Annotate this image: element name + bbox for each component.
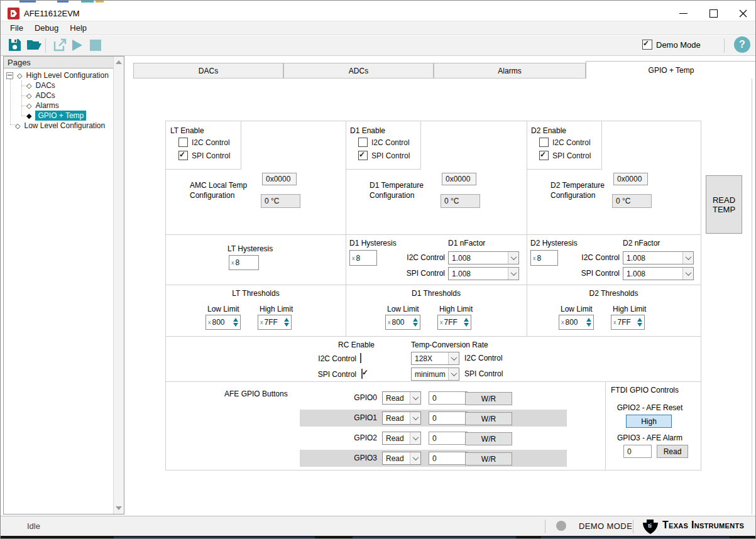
lt-spi-checkbox[interactable] (178, 151, 188, 160)
ftdi-alarm-read-button[interactable]: Read (657, 445, 688, 458)
chevron-down-icon (410, 452, 420, 464)
d2-nfactor-spi-combo[interactable]: 1.008 (623, 267, 694, 280)
sidebar-item-high-level-configuration[interactable]: High Level Configuration (6, 70, 109, 80)
rate-spi-label: SPI Control (464, 369, 503, 378)
stop-icon[interactable] (90, 40, 101, 51)
spinner-arrows-icon[interactable] (282, 318, 289, 327)
tab-adcs[interactable]: ADCs (283, 63, 434, 78)
close-button[interactable] (733, 8, 752, 19)
d2-high-limit-spinner[interactable]: x 7FF (611, 315, 645, 330)
toolbar-separator (724, 38, 725, 53)
gpio0-mode-combo[interactable]: Read (382, 391, 421, 405)
diamond-icon (26, 82, 31, 90)
d1-hysteresis-field[interactable]: x 8 (349, 250, 377, 266)
collapse-icon[interactable] (6, 72, 13, 79)
scroll-down-icon[interactable] (116, 506, 122, 510)
spinner-arrows-icon[interactable] (410, 318, 418, 327)
gpio0-value-input[interactable]: 0 (429, 391, 468, 405)
rate-i2c-combo[interactable]: 128X (411, 352, 459, 365)
gpio1-wr-button[interactable]: W/R (465, 412, 512, 425)
tab-alarms[interactable]: Alarms (434, 63, 586, 78)
play-icon[interactable] (72, 39, 83, 52)
sidebar-item-gpio-temp[interactable]: GPIO + Temp (26, 111, 86, 121)
d2-nfactor-i2c-combo[interactable]: 1.008 (623, 251, 694, 264)
gpio1-mode-combo[interactable]: Read (382, 411, 421, 425)
d1-nfactor-spi-combo[interactable]: 1.008 (448, 267, 519, 280)
ftdi-gpio-controls-title: FTDI GPIO Controls (611, 386, 679, 395)
read-temp-button[interactable]: READ TEMP (706, 175, 742, 234)
d2-enable-title: D2 Enable (531, 126, 566, 135)
svg-text:ti: ti (648, 523, 652, 529)
open-folder-icon[interactable] (27, 39, 41, 51)
rate-spi-combo[interactable]: minimum (411, 368, 459, 381)
d2-thresholds-title: D2 Thresholds (527, 289, 701, 298)
close-icon (739, 9, 747, 18)
demo-mode-checkbox[interactable] (642, 40, 652, 50)
menu-debug[interactable]: Debug (29, 21, 64, 35)
d1-i2c-checkbox[interactable] (358, 138, 368, 147)
d2-hysteresis-field[interactable]: x 8 (530, 250, 558, 266)
sidebar-item-adcs[interactable]: ADCs (26, 90, 55, 101)
sidebar-scrollbar[interactable] (113, 57, 124, 514)
spinner-arrows-icon[interactable] (635, 318, 642, 327)
spinner-arrows-icon[interactable] (584, 318, 591, 327)
diamond-icon (17, 72, 22, 80)
ftdi-alarm-value-input[interactable]: 0 (623, 445, 652, 458)
d1-nfactor-i2c-combo[interactable]: 1.008 (448, 251, 519, 264)
minimize-button[interactable] (674, 8, 693, 19)
application-window: AFE11612EVM File Debug Help (0, 0, 756, 539)
help-icon[interactable]: ? (734, 36, 750, 53)
app-icon (8, 8, 19, 19)
d2-hysteresis-title: D2 Hysteresis (530, 239, 578, 248)
sidebar-item-dacs[interactable]: DACs (26, 80, 55, 90)
lt-low-limit-label: Low Limit (207, 305, 239, 313)
rc-spi-checkbox[interactable] (361, 369, 363, 379)
spinner-arrows-icon[interactable] (461, 318, 469, 327)
gpio0-label: GPIO0 (341, 393, 377, 402)
d2-nfactor-spi-label: SPI Control (569, 269, 620, 278)
menu-help[interactable]: Help (64, 21, 92, 35)
d2-spi-checkbox[interactable] (539, 151, 549, 160)
d1-hex-field[interactable]: 0x0000 (442, 173, 476, 185)
save-icon[interactable] (8, 38, 21, 52)
export-icon[interactable] (53, 38, 67, 52)
scroll-up-icon[interactable] (116, 60, 122, 64)
d1-low-limit-spinner[interactable]: x 800 (385, 315, 420, 330)
rc-i2c-checkbox[interactable] (360, 353, 361, 363)
lt-high-limit-spinner[interactable]: x 7FF (258, 315, 292, 330)
gpio3-value-input[interactable]: 0 (429, 452, 468, 465)
ftdi-reset-high-button[interactable]: High (626, 415, 672, 428)
lt-hysteresis-field[interactable]: x 8 (229, 255, 259, 270)
toolbar-separator (45, 38, 46, 53)
d2-i2c-checkbox[interactable] (539, 138, 549, 147)
d2-hex-field[interactable]: 0x0000 (613, 173, 648, 185)
d2-low-limit-spinner[interactable]: x 800 (559, 315, 594, 330)
lt-hex-field[interactable]: 0x0000 (262, 173, 297, 185)
ftdi-reset-label: GPIO2 - AFE Reset (610, 403, 690, 412)
gpio2-wr-button[interactable]: W/R (465, 432, 512, 445)
demo-mode-control: Demo Mode (642, 40, 701, 50)
gpio2-value-input[interactable]: 0 (429, 432, 468, 445)
gpio2-mode-combo[interactable]: Read (382, 432, 421, 445)
lt-i2c-checkbox[interactable] (178, 138, 188, 147)
maximize-button[interactable] (704, 8, 723, 19)
gpio3-mode-combo[interactable]: Read (382, 452, 421, 465)
d2-spi-label: SPI Control (552, 151, 591, 160)
tab-gpio-temp[interactable]: GPIO + Temp (586, 61, 756, 79)
chevron-down-icon (410, 432, 420, 444)
gpio1-value-input[interactable]: 0 (429, 411, 468, 425)
d1-spi-checkbox[interactable] (358, 151, 368, 160)
lt-low-limit-spinner[interactable]: x 800 (205, 315, 241, 330)
gpio3-wr-button[interactable]: W/R (465, 452, 512, 466)
sidebar-item-alarms[interactable]: Alarms (26, 101, 59, 111)
rc-enable-title: RC Enable (315, 340, 397, 349)
sidebar-item-low-level-configuration[interactable]: Low Level Configuration (15, 121, 105, 131)
status-text: Idle (27, 521, 40, 531)
spinner-arrows-icon[interactable] (231, 318, 238, 327)
d1-high-limit-spinner[interactable]: x 7FF (437, 315, 471, 330)
divider (166, 234, 701, 235)
menu-file[interactable]: File (4, 21, 29, 35)
tab-dacs[interactable]: DACs (133, 63, 283, 78)
background-strip (1, 536, 755, 539)
gpio0-wr-button[interactable]: W/R (465, 392, 512, 405)
